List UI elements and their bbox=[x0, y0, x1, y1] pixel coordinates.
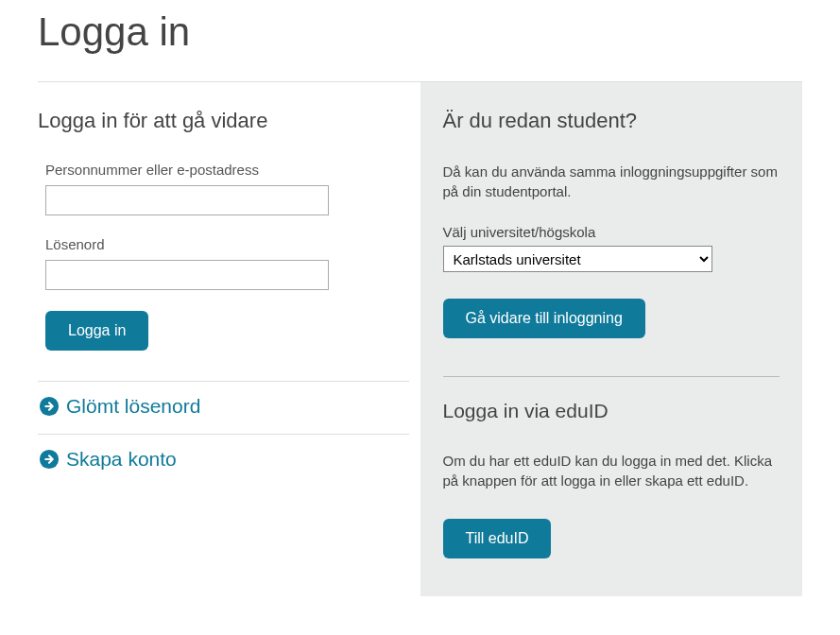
page-title: Logga in bbox=[38, 9, 802, 62]
login-form: Personnummer eller e-postadress Lösenord… bbox=[38, 162, 409, 351]
eduid-heading: Logga in via eduID bbox=[443, 400, 780, 422]
eduid-text: Om du har ett eduID kan du logga in med … bbox=[443, 451, 780, 490]
arrow-right-icon bbox=[38, 395, 60, 418]
university-label: Välj universitet/högskola bbox=[443, 224, 780, 240]
forgot-password-label: Glömt lösenord bbox=[66, 395, 200, 418]
university-select[interactable]: Karlstads universitet bbox=[443, 246, 712, 272]
student-panel: Är du redan student? Då kan du använda s… bbox=[420, 82, 803, 596]
login-heading: Logga in för att gå vidare bbox=[38, 109, 409, 133]
eduid-button[interactable]: Till eduID bbox=[443, 519, 552, 558]
student-heading: Är du redan student? bbox=[443, 109, 780, 133]
main-columns: Logga in för att gå vidare Personnummer … bbox=[38, 82, 802, 596]
arrow-right-icon bbox=[38, 448, 60, 471]
right-divider bbox=[443, 376, 780, 377]
login-button[interactable]: Logga in bbox=[45, 311, 148, 351]
go-to-login-button[interactable]: Gå vidare till inloggning bbox=[443, 299, 645, 338]
user-input[interactable] bbox=[45, 185, 329, 215]
help-links: Glömt lösenord Skapa konto bbox=[38, 381, 409, 487]
password-label: Lösenord bbox=[45, 236, 409, 252]
create-account-row: Skapa konto bbox=[38, 434, 409, 487]
login-form-panel: Logga in för att gå vidare Personnummer … bbox=[38, 82, 420, 596]
user-label: Personnummer eller e-postadress bbox=[45, 162, 409, 178]
create-account-link[interactable]: Skapa konto bbox=[38, 448, 177, 471]
forgot-password-link[interactable]: Glömt lösenord bbox=[38, 395, 200, 418]
student-intro: Då kan du använda samma inloggningsuppgi… bbox=[443, 162, 780, 201]
create-account-label: Skapa konto bbox=[66, 448, 177, 471]
forgot-password-row: Glömt lösenord bbox=[38, 381, 409, 434]
password-input[interactable] bbox=[45, 260, 329, 290]
